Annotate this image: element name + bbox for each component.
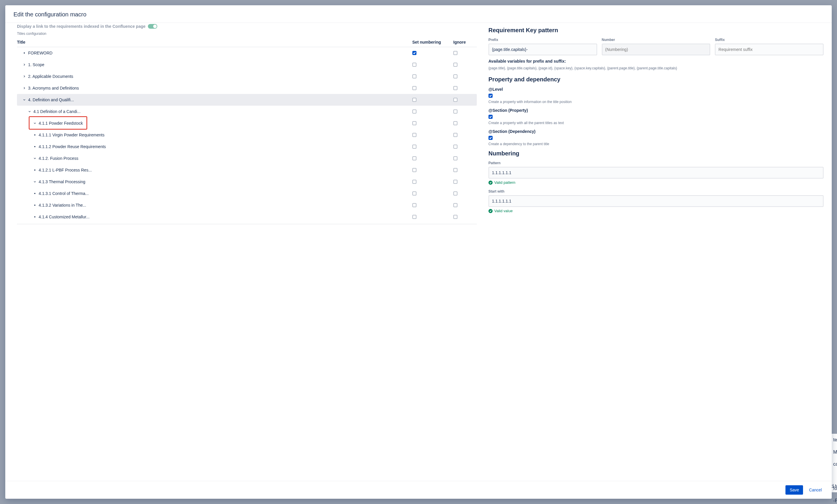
ignore-checkbox[interactable] xyxy=(453,203,458,207)
start-input[interactable] xyxy=(488,195,823,207)
ignore-checkbox[interactable] xyxy=(453,74,458,78)
chevron-down-icon[interactable] xyxy=(33,180,37,184)
key-pattern-heading: Requirement Key pattern xyxy=(488,27,823,34)
tree-item-label: 4.1.3.1 Control of Therma... xyxy=(39,191,89,196)
set-numbering-checkbox[interactable] xyxy=(412,203,416,207)
prefix-label: Prefix xyxy=(488,38,597,42)
tree-row-appdocs[interactable]: 2. Applicable Documents xyxy=(17,71,477,82)
tree-row-acro[interactable]: 3. Acronyms and Definitions xyxy=(17,82,477,94)
tree-item-label: FOREWORD xyxy=(28,51,52,55)
titles-config-pane: Display a link to the requirements index… xyxy=(17,23,477,481)
ignore-checkbox[interactable] xyxy=(453,121,458,125)
ignore-checkbox[interactable] xyxy=(453,168,458,172)
section-prop-checkbox[interactable] xyxy=(488,115,493,119)
tree-row-ctrl[interactable]: •4.1.3.1 Control of Therma... xyxy=(17,188,477,199)
display-link-toggle[interactable] xyxy=(148,24,157,29)
pattern-input[interactable] xyxy=(488,167,823,179)
level-checkbox[interactable] xyxy=(488,94,493,98)
number-label: Number xyxy=(602,38,711,42)
number-input xyxy=(602,43,711,55)
tree-row-defqual[interactable]: 4. Definition and Qualifi... xyxy=(17,94,477,106)
tree-item-label: 4.1.1 Powder Feedstock xyxy=(39,121,83,126)
tree-row-powder[interactable]: 4.1.1 Powder Feedstock xyxy=(17,117,477,129)
tree-row-reuse[interactable]: •4.1.1.2 Powder Reuse Requirements xyxy=(17,141,477,152)
tree-item-label: 4.1.3 Thermal Processing xyxy=(39,180,85,184)
set-numbering-checkbox[interactable] xyxy=(412,215,416,219)
set-numbering-checkbox[interactable] xyxy=(412,168,416,172)
pattern-valid-text: Valid pattern xyxy=(494,180,515,185)
tree-row-lpbf[interactable]: •4.1.2.1 L-PBF Process Res... xyxy=(17,164,477,176)
cancel-button[interactable]: Cancel xyxy=(806,485,825,494)
ignore-checkbox[interactable] xyxy=(453,145,458,149)
set-numbering-checkbox[interactable] xyxy=(412,191,416,195)
tree-row-defcandi[interactable]: 4.1 Definition of a Candi... xyxy=(17,106,477,117)
set-numbering-checkbox[interactable] xyxy=(412,121,416,125)
prefix-input[interactable] xyxy=(488,43,597,55)
start-valid: Valid value xyxy=(488,209,823,213)
available-vars-text: {page.title}, {page.title.capitals}, {pa… xyxy=(488,66,677,70)
chevron-down-icon[interactable] xyxy=(28,110,32,114)
suffix-input[interactable] xyxy=(715,43,823,55)
ignore-checkbox[interactable] xyxy=(453,110,458,114)
bullet-icon: • xyxy=(22,51,26,55)
set-numbering-checkbox[interactable] xyxy=(412,86,416,90)
start-valid-text: Valid value xyxy=(494,209,513,213)
set-numbering-checkbox[interactable] xyxy=(412,98,416,102)
set-numbering-checkbox[interactable] xyxy=(412,180,416,184)
check-circle-icon xyxy=(488,181,493,185)
ignore-checkbox[interactable] xyxy=(453,133,458,137)
col-numbering-header: Set numbering xyxy=(412,40,453,44)
modal-footer: Save Cancel xyxy=(5,481,832,499)
tree-header: Title Set numbering Ignore xyxy=(17,37,477,47)
save-button[interactable]: Save xyxy=(785,485,803,494)
ignore-checkbox[interactable] xyxy=(453,98,458,102)
chevron-right-icon[interactable] xyxy=(22,63,26,67)
section-dep-checkbox[interactable] xyxy=(488,136,493,140)
section-dep-desc: Create a dependency to the parent title xyxy=(488,142,823,146)
ignore-checkbox[interactable] xyxy=(453,180,458,184)
tree-row-virgin[interactable]: •4.1.1.1 Virgin Powder Requirements xyxy=(17,129,477,141)
chevron-down-icon[interactable] xyxy=(33,121,37,125)
ignore-checkbox[interactable] xyxy=(453,191,458,195)
set-numbering-checkbox[interactable] xyxy=(412,110,416,114)
available-vars-heading: Available variables for prefix and suffi… xyxy=(488,58,823,64)
chevron-down-icon[interactable] xyxy=(22,98,26,102)
tree-row-cust[interactable]: •4.1.4 Customized Metallur... xyxy=(17,211,477,223)
set-numbering-checkbox[interactable] xyxy=(412,74,416,78)
display-link-label: Display a link to the requirements index… xyxy=(17,24,145,29)
tree-item-label: 4.1.1.2 Powder Reuse Requirements xyxy=(39,144,106,149)
modal-title: Edit the configuration macro xyxy=(14,11,823,18)
set-numbering-checkbox[interactable] xyxy=(412,51,416,55)
tree-row-thermal[interactable]: 4.1.3 Thermal Processing xyxy=(17,176,477,188)
tree-item-label: 4.1.2. Fusion Process xyxy=(39,156,78,161)
ignore-checkbox[interactable] xyxy=(453,215,458,219)
bullet-icon: • xyxy=(33,145,37,149)
chevron-right-icon[interactable] xyxy=(22,74,26,78)
set-numbering-checkbox[interactable] xyxy=(412,133,416,137)
ignore-checkbox[interactable] xyxy=(453,156,458,161)
tree-item-label: 4.1.4 Customized Metallur... xyxy=(39,214,90,219)
bullet-icon: • xyxy=(33,191,37,195)
tree-row-scope[interactable]: 1. Scope xyxy=(17,59,477,71)
ignore-checkbox[interactable] xyxy=(453,63,458,67)
tree-row-fusion[interactable]: 4.1.2. Fusion Process xyxy=(17,152,477,164)
chevron-down-icon[interactable] xyxy=(33,156,37,161)
ignore-checkbox[interactable] xyxy=(453,51,458,55)
prop-dep-heading: Property and dependency xyxy=(488,76,823,83)
tree-row-var[interactable]: •4.1.3.2 Variations in The... xyxy=(17,199,477,211)
set-numbering-checkbox[interactable] xyxy=(412,145,416,149)
tree-bottom-rule xyxy=(17,224,477,224)
section-dep-label: @Section (Dependency) xyxy=(488,129,823,134)
chevron-right-icon[interactable] xyxy=(22,86,26,90)
pattern-label: Pattern xyxy=(488,161,823,165)
tree-body[interactable]: •FOREWORD1. Scope2. Applicable Documents… xyxy=(17,47,477,224)
set-numbering-checkbox[interactable] xyxy=(412,156,416,161)
ignore-checkbox[interactable] xyxy=(453,86,458,90)
level-label: @Level xyxy=(488,87,823,92)
set-numbering-checkbox[interactable] xyxy=(412,63,416,67)
bullet-icon: • xyxy=(33,133,37,137)
tree-item-label: 4.1.2.1 L-PBF Process Res... xyxy=(39,168,92,172)
display-link-option[interactable]: Display a link to the requirements index… xyxy=(17,23,477,30)
tree-row-foreword[interactable]: •FOREWORD xyxy=(17,47,477,59)
tree-item-label: 4.1.3.2 Variations in The... xyxy=(39,203,86,207)
